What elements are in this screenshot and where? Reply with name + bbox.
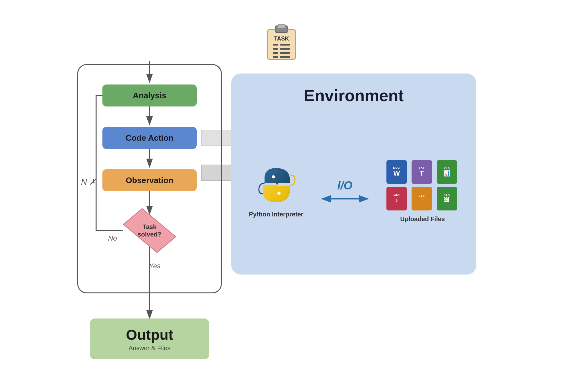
diagram-container: TASK Analysis Code Action Observation Ta… [62, 23, 501, 369]
n-label: N ✗ [81, 177, 96, 187]
environment-content: Python Interpreter I/O [241, 117, 467, 265]
environment-title: Environment [304, 86, 404, 105]
yes-label: Yes [149, 262, 161, 270]
svg-point-24 [272, 175, 275, 178]
analysis-box: Analysis [102, 84, 197, 106]
output-subtitle: Answer & Files [128, 345, 170, 352]
output-title: Output [126, 326, 173, 343]
file-mp3-icon: MP3 ♪ [386, 187, 407, 210]
output-box: Output Answer & Files [90, 318, 209, 359]
file-doc-icon: DOC W [386, 160, 407, 184]
files-grid: DOC W TXT T XLS 📊 MP3 [386, 160, 459, 210]
svg-rect-16 [280, 44, 290, 46]
file-jpg-icon: JPG 🖼 [437, 187, 457, 210]
environment-box: Environment [231, 74, 476, 275]
file-xls-icon: XLS 📊 [437, 160, 457, 184]
svg-text:TASK: TASK [274, 35, 289, 42]
files-label: Uploaded Files [400, 215, 445, 223]
svg-point-25 [277, 192, 281, 195]
svg-rect-17 [273, 48, 278, 50]
svg-rect-18 [280, 48, 290, 50]
file-txt-icon: TXT T [412, 160, 432, 184]
io-label: I/O [337, 179, 353, 192]
task-icon: TASK [264, 23, 299, 61]
decision-diamond: Tasksolved? [120, 215, 179, 246]
file-csv-icon: CSV ≡ [412, 187, 432, 210]
io-arrow-icon [320, 194, 370, 204]
svg-rect-22 [280, 56, 290, 58]
svg-rect-13 [277, 24, 286, 28]
python-label: Python Interpreter [249, 211, 303, 218]
svg-rect-21 [273, 56, 278, 58]
svg-rect-20 [280, 52, 290, 54]
python-section: Python Interpreter [249, 165, 303, 218]
svg-rect-19 [273, 52, 278, 54]
files-section: DOC W TXT T XLS 📊 MP3 [386, 160, 459, 223]
no-label: No [108, 234, 117, 242]
io-section: I/O [320, 179, 370, 204]
observation-box: Observation [102, 169, 197, 191]
code-action-box: Code Action [102, 127, 197, 149]
svg-rect-15 [273, 44, 278, 46]
python-logo-icon [256, 165, 297, 206]
